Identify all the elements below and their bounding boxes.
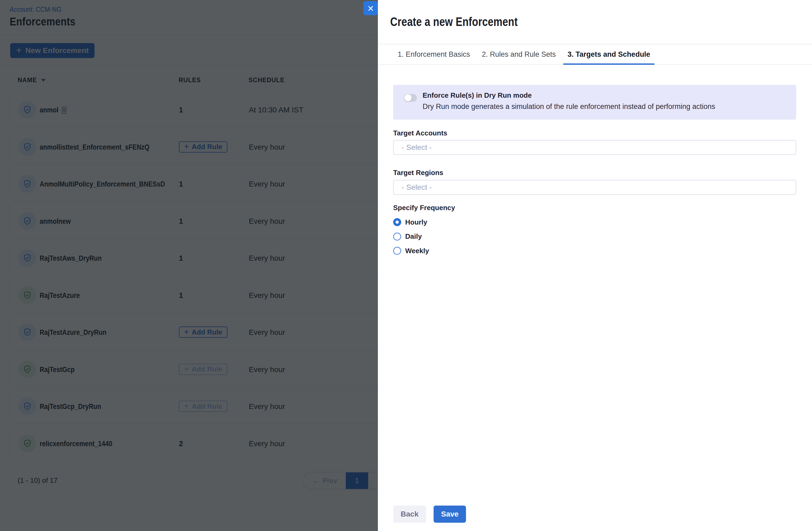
drawer-footer: Back Save [393, 505, 466, 523]
drawer-tab-1[interactable]: 1. Enforcement Basics [393, 44, 474, 64]
frequency-option-weekly[interactable]: Weekly [393, 247, 429, 255]
frequency-option-daily[interactable]: Daily [393, 233, 429, 241]
target-accounts-select[interactable]: - Select - [393, 140, 796, 155]
target-regions-label: Target Regions [393, 168, 443, 177]
target-regions-select[interactable]: - Select - [393, 180, 796, 195]
back-button[interactable]: Back [393, 505, 426, 523]
drawer-tab-2[interactable]: 2. Rules and Rule Sets [478, 44, 560, 64]
radio-icon [393, 233, 401, 241]
dry-run-banner: Enforce Rule(s) in Dry Run mode Dry Run … [393, 85, 796, 120]
save-button[interactable]: Save [434, 505, 466, 523]
drawer-tabs: 1. Enforcement Basics 2. Rules and Rule … [378, 44, 812, 65]
active-tab-underline [563, 63, 654, 65]
drawer-title: Create a new Enforcement [390, 14, 518, 29]
radio-icon [393, 247, 401, 255]
drawer-tab-3[interactable]: 3. Targets and Schedule [563, 44, 654, 64]
close-button[interactable]: × [363, 1, 378, 15]
close-icon: × [367, 3, 374, 14]
create-enforcement-drawer: × Create a new Enforcement 1. Enforcemen… [378, 0, 812, 531]
frequency-radio-group: Hourly Daily Weekly [393, 218, 429, 261]
frequency-option-hourly[interactable]: Hourly [393, 218, 429, 226]
specify-frequency-label: Specify Frequency [393, 204, 455, 212]
radio-icon [393, 218, 401, 226]
dry-run-label: Enforce Rule(s) in Dry Run mode [423, 91, 532, 100]
target-accounts-label: Target Accounts [393, 129, 447, 137]
toggle-knob [404, 94, 411, 101]
target-regions-placeholder: - Select - [402, 183, 432, 192]
target-accounts-placeholder: - Select - [402, 143, 432, 152]
dry-run-description: Dry Run mode generates a simulation of t… [423, 103, 715, 111]
dry-run-toggle[interactable] [404, 94, 417, 102]
